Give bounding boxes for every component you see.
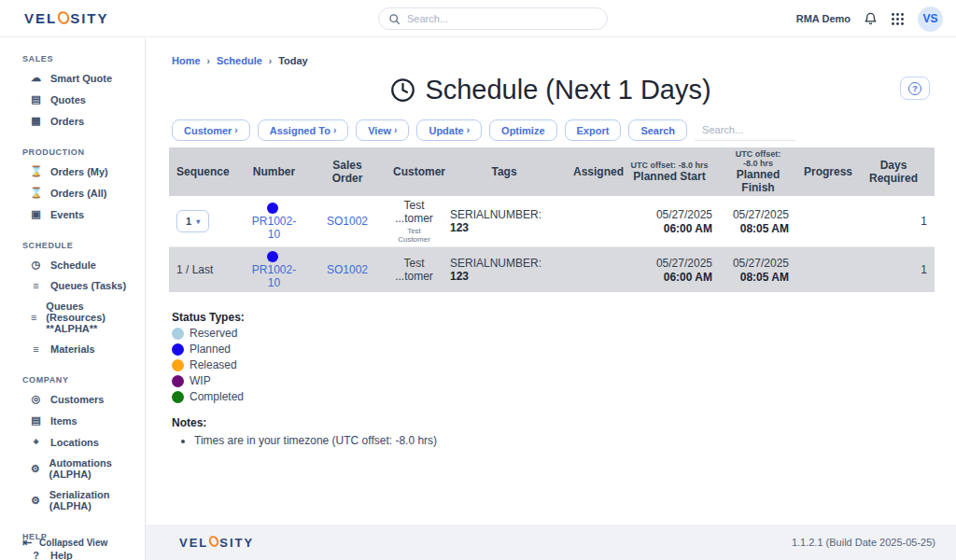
customer-button[interactable]: Customer› [172, 119, 250, 141]
toolbar-search-input[interactable] [695, 119, 795, 141]
sidebar-item-label: Schedule [50, 259, 96, 271]
sidebar-item-orders-all[interactable]: ⌛Orders (All) [0, 182, 145, 203]
customer-subname: Test Customer [393, 227, 435, 244]
legend-label: Planned [190, 343, 231, 356]
status-dot-icon [267, 251, 278, 262]
cell-days-required: 1 [852, 196, 935, 247]
global-search-input[interactable]: Search... [378, 7, 608, 30]
sequence-value: 1 [186, 216, 191, 227]
sidebar-section-title: COMPANY [22, 375, 145, 385]
column-header-label: Planned Finish [727, 168, 789, 194]
update-button[interactable]: Update› [416, 119, 482, 141]
breadcrumb-item-schedule[interactable]: Schedule [217, 55, 262, 66]
map-pin-icon: ⌖ [30, 436, 42, 448]
cell-planned-start: 05/27/202506:00 AM [619, 247, 720, 293]
list-icon: ≡ [30, 343, 42, 355]
legend-label: WIP [190, 374, 211, 387]
column-header-label: Planned Start [626, 170, 712, 183]
sidebar-item-label: Automations (ALPHA) [49, 457, 145, 480]
app-grid-icon[interactable] [891, 12, 905, 26]
cell-progress [796, 247, 852, 293]
cloud-icon: ☁ [30, 72, 42, 84]
sidebar-item-serialization-alpha[interactable]: ⚙Serialization (ALPHA) [0, 484, 145, 516]
optimize-button[interactable]: Optimize [489, 119, 556, 141]
assigned-to-button[interactable]: Assigned To› [258, 119, 349, 141]
sidebar-item-locations[interactable]: ⌖Locations [0, 431, 145, 453]
export-button[interactable]: Export [565, 119, 622, 141]
cell-progress [796, 196, 852, 247]
sidebar-item-label: Materials [50, 343, 95, 355]
button-label: View [368, 125, 391, 136]
sidebar-item-quotes[interactable]: ▤Quotes [0, 89, 145, 110]
sidebar-item-label: Quotes [50, 94, 86, 105]
sidebar-item-automations-alpha[interactable]: ⚙Automations (ALPHA) [0, 453, 145, 484]
column-header-label: Assigned [573, 165, 612, 178]
sequence-dropdown[interactable]: 1▾ [176, 210, 209, 232]
chevron-right-icon: › [333, 125, 336, 135]
sidebar-item-schedule[interactable]: ◷Schedule [0, 254, 145, 275]
legend-item-reserved: Reserved [172, 327, 956, 340]
breadcrumb-item-today: Today [278, 55, 308, 66]
planned-time: 06:00 AM [626, 222, 712, 235]
production-order-link[interactable]: PR1002-10 [252, 263, 296, 289]
sidebar-item-label: Locations [50, 437, 99, 448]
breadcrumb-separator: › [207, 56, 210, 66]
legend-item-completed: Completed [172, 390, 956, 403]
column-header-tags: Tags [443, 147, 566, 196]
cell-planned-finish: 05/27/202508:05 AM [720, 196, 796, 247]
view-button[interactable]: View› [356, 119, 409, 141]
legend-label: Completed [190, 390, 244, 403]
legend-dot-icon [172, 343, 184, 356]
search-button[interactable]: Search [628, 119, 687, 141]
chevron-down-icon: ▾ [196, 217, 200, 226]
sidebar-item-label: Orders (My) [50, 166, 108, 177]
customer-name: Test ...tomer [393, 257, 435, 283]
sequence-value: 1 / Last [176, 263, 213, 276]
toolbar: Customer›Assigned To›View›Update›Optimiz… [172, 119, 956, 141]
cell-customer: Test ...tomer [386, 247, 443, 293]
notes-section: Notes: Times are in your timezone (UTC o… [172, 416, 956, 447]
note-item: Times are in your timezone (UTC offset: … [194, 434, 956, 447]
sidebar-item-orders-my[interactable]: ⌛Orders (My) [0, 161, 145, 182]
legend-dot-icon [172, 328, 184, 340]
sidebar-item-smart-quote[interactable]: ☁Smart Quote [0, 67, 145, 89]
velosity-logo[interactable]: VELSITY [24, 10, 109, 26]
page-title-text: Schedule (Next 1 Days) [425, 75, 710, 105]
schedule-table: SequenceNumberSales OrderCustomerTagsAss… [169, 147, 935, 292]
hourglass-icon: ⌛ [30, 187, 42, 199]
sidebar-item-events[interactable]: ▣Events [0, 203, 145, 225]
sidebar-item-queues-tasks[interactable]: ≡Queues (Tasks) [0, 275, 145, 296]
sidebar-item-materials[interactable]: ≡Materials [0, 339, 145, 359]
avatar[interactable]: VS [918, 7, 943, 32]
list-icon: ≡ [30, 280, 42, 291]
sidebar-item-orders[interactable]: ▦Orders [0, 110, 145, 132]
sidebar-item-customers[interactable]: ◎Customers [0, 388, 145, 410]
cell-sequence: 1▾ [169, 196, 239, 247]
sidebar-item-label: Customers [50, 394, 104, 405]
notifications-bell-icon[interactable] [864, 11, 878, 26]
hourglass-icon: ⌛ [30, 165, 42, 177]
collapse-view-toggle[interactable]: ⇤ Collapsed View [22, 536, 107, 549]
sales-order-link[interactable]: SO1002 [327, 263, 368, 276]
legend-dot-icon [172, 375, 184, 387]
cell-sales-order: SO1002 [309, 196, 386, 247]
help-button[interactable]: ? [900, 77, 930, 100]
production-order-link[interactable]: PR1002-10 [252, 215, 296, 241]
footer-logo-text-left: VEL [179, 536, 208, 550]
legend-item-wip: WIP [172, 374, 956, 387]
breadcrumb-item-home[interactable]: Home [172, 55, 201, 66]
schedule-clock-icon [390, 77, 415, 103]
status-legend: Status Types: ReservedPlannedReleasedWIP… [172, 311, 956, 403]
sidebar-item-items[interactable]: ▤Items [0, 410, 145, 431]
legend-label: Released [190, 358, 237, 371]
collapse-view-label: Collapsed View [39, 538, 107, 548]
button-label: Assigned To [270, 125, 330, 136]
sidebar-item-queues-resources-alpha[interactable]: ≡Queues (Resources) **ALPHA** [0, 296, 145, 339]
sidebar-section-sales: SALES☁Smart Quote▤Quotes▦Orders [0, 54, 145, 132]
sidebar-item-label: Events [50, 209, 84, 220]
footer-logo-swoosh-o-icon [207, 534, 220, 548]
search-icon [388, 13, 401, 25]
sales-order-link[interactable]: SO1002 [327, 215, 368, 228]
sidebar-item-label: Queues (Resources) **ALPHA** [46, 301, 145, 334]
column-header-sequence: Sequence [169, 147, 239, 196]
